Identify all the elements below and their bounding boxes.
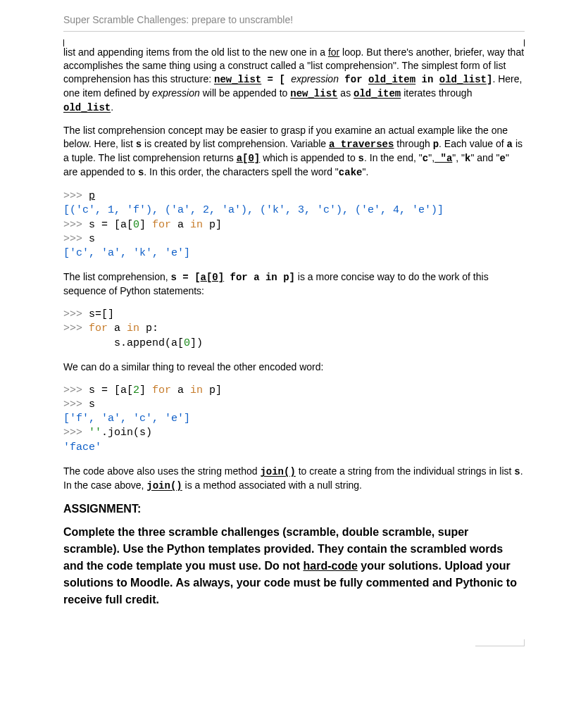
paragraph-5: The code above also uses the string meth… — [63, 465, 525, 493]
page-header: Super Scramble Challenges: prepare to un… — [63, 0, 525, 32]
paragraph-1: list and appending items from the old li… — [63, 46, 525, 114]
code-block-2: >>> s=[] >>> for a in p: s.append(a[0]) — [63, 308, 525, 351]
paragraph-2: The list comprehension concept may be ea… — [63, 124, 525, 180]
code-block-3: >>> s = [a[2] for a in p] >>> s ['f', 'a… — [63, 384, 525, 455]
paragraph-3: The list comprehension, s = [a[0] for a … — [63, 270, 525, 298]
crop-mark-bottom — [475, 646, 525, 646]
crop-mark-bottom-v — [524, 639, 525, 646]
assignment-heading: ASSIGNMENT: — [63, 503, 525, 515]
header-title: Super Scramble Challenges: prepare to un… — [63, 14, 293, 25]
assignment-body: Complete the three scramble challenges (… — [63, 524, 525, 608]
crop-mark-left — [63, 39, 64, 46]
crop-mark-right — [524, 39, 525, 46]
document-page: Super Scramble Challenges: prepare to un… — [0, 0, 588, 646]
paragraph-4: We can do a similar thing to reveal the … — [63, 360, 525, 374]
code-block-1: >>> p [('c', 1, 'f'), ('a', 2, 'a'), ('k… — [63, 189, 525, 261]
